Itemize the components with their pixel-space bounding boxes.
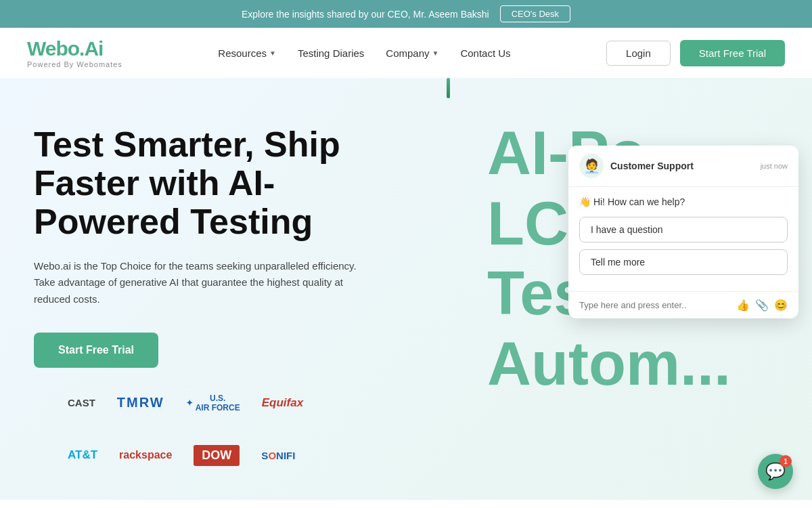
logo-sub-text: Powered By Webomates <box>27 60 122 68</box>
top-banner: Explore the insights shared by our CEO, … <box>0 0 812 28</box>
chat-support-title: Customer Support <box>610 161 694 171</box>
nav-label-resources: Resources <box>218 47 267 59</box>
banner-text: Explore the insights shared by our CEO, … <box>242 9 489 20</box>
chat-input-icons: 👍 📎 😊 <box>736 299 788 312</box>
hero-left: Test Smarter, Ship Faster with AI-Powere… <box>0 78 447 500</box>
hero-title: Test Smarter, Ship Faster with AI-Powere… <box>34 125 420 242</box>
nav-actions: Login Start Free Trial <box>606 40 785 66</box>
chat-body: 👋 Hi! How can we help? I have a question… <box>568 187 798 291</box>
navbar: Webo.Ai Powered By Webomates Resources ▼… <box>0 28 812 78</box>
nav-label-testing-diaries: Testing Diaries <box>298 47 364 59</box>
start-free-trial-button-hero[interactable]: Start Free Trial <box>34 333 158 368</box>
chat-time: just now <box>761 162 788 170</box>
hero-description: Webo.ai is the Top Choice for the teams … <box>34 258 372 308</box>
chat-option-question[interactable]: I have a question <box>579 217 788 242</box>
chat-header-left: 🧑‍💼 Customer Support <box>579 154 694 178</box>
attachment-icon: 📎 <box>755 299 769 312</box>
chat-greeting: 👋 Hi! How can we help? <box>579 196 788 207</box>
nav-label-company: Company <box>386 47 429 59</box>
logo-dow: DOW <box>194 445 240 466</box>
chat-input-row: 👍 📎 😊 <box>568 291 798 318</box>
chat-fab-button[interactable]: 💬 1 <box>758 454 793 489</box>
nav-item-contact[interactable]: Contact Us <box>460 47 510 59</box>
logo-cast: CAST <box>68 397 95 408</box>
vertical-divider <box>447 78 450 98</box>
chat-widget: 🧑‍💼 Customer Support just now 👋 Hi! How … <box>568 146 798 318</box>
chevron-down-icon-2: ▼ <box>432 49 439 57</box>
logo-usaf: ✦ U.S.AIR FORCE <box>186 394 240 412</box>
nav-item-testing-diaries[interactable]: Testing Diaries <box>298 47 364 59</box>
chat-header: 🧑‍💼 Customer Support just now <box>568 146 798 187</box>
nav-item-resources[interactable]: Resources ▼ <box>218 47 276 59</box>
logo-att: AT&T <box>68 448 97 462</box>
nav-label-contact: Contact Us <box>460 47 510 59</box>
chat-option-more[interactable]: Tell me more <box>579 249 788 275</box>
logos-row-2: AT&T rackspace DOW SONIFI <box>34 426 420 473</box>
hero-section: Test Smarter, Ship Faster with AI-Powere… <box>0 78 812 500</box>
logos-row-1: CAST TMRW ✦ U.S.AIR FORCE Equifax <box>34 375 420 419</box>
ceo-desk-button[interactable]: CEO's Desk <box>500 5 570 22</box>
logo-main-text: Webo.Ai <box>27 37 122 60</box>
nav-item-company[interactable]: Company ▼ <box>386 47 438 59</box>
logo-sonifi: SONIFI <box>261 450 295 461</box>
logo-equifax: Equifax <box>262 396 303 410</box>
chat-avatar: 🧑‍💼 <box>579 154 604 178</box>
thumbs-up-icon: 👍 <box>736 299 750 312</box>
logo-tmrw: TMRW <box>117 395 164 410</box>
chat-input-field[interactable] <box>579 300 729 310</box>
usaf-star-icon: ✦ <box>186 398 193 408</box>
chevron-down-icon: ▼ <box>269 49 276 57</box>
chat-fab-badge: 1 <box>780 455 792 467</box>
nav-links: Resources ▼ Testing Diaries Company ▼ Co… <box>218 47 510 59</box>
login-button[interactable]: Login <box>606 41 671 66</box>
start-free-trial-button-nav[interactable]: Start Free Trial <box>680 40 785 66</box>
logo-rackspace: rackspace <box>119 449 172 461</box>
hero-right: AI-PoLC/NCTestAutom... 🧑‍💼 Customer Supp… <box>447 78 812 98</box>
logo: Webo.Ai Powered By Webomates <box>27 37 122 68</box>
emoji-icon: 😊 <box>774 299 788 312</box>
